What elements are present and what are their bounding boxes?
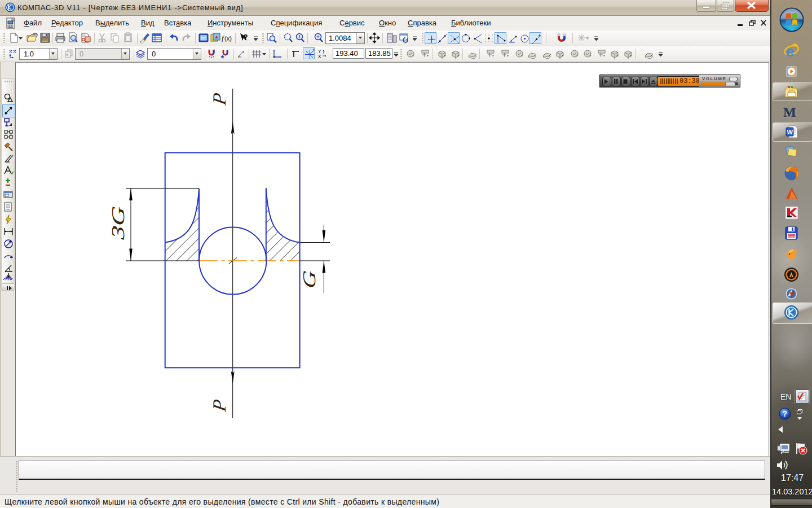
- svg-text:G: G: [299, 269, 319, 290]
- svg-text:X: X: [318, 54, 321, 59]
- svg-text:W: W: [787, 129, 793, 135]
- svg-text:?: ?: [783, 409, 788, 418]
- svg-text:P: P: [209, 91, 230, 107]
- svg-text:?: ?: [243, 33, 248, 42]
- svg-text:3G: 3G: [108, 205, 128, 242]
- svg-text:P: P: [209, 398, 230, 413]
- svg-text:e: e: [786, 43, 794, 59]
- svg-text:(x): (x): [224, 35, 232, 42]
